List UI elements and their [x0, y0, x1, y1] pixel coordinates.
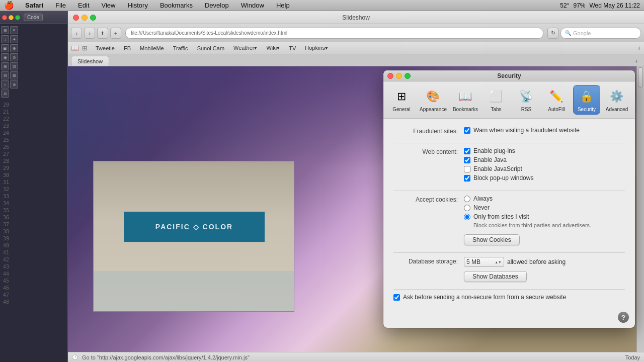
warn-fraudulent-checkbox[interactable] [464, 127, 470, 134]
bookmark-sunolcam[interactable]: Sunol Cam [194, 45, 227, 52]
apple-menu[interactable]: 🍎 [4, 1, 14, 10]
building: PACIFIC ◇ COLOR [93, 161, 294, 312]
web-content-controls: Enable plug-ins Enable Java Enable JavaS… [464, 147, 625, 184]
cookies-only-visited-radio[interactable] [464, 214, 470, 220]
sidebar-icon-5[interactable]: ▣ [1, 44, 9, 52]
bookmark-traffic[interactable]: Traffic [170, 45, 191, 52]
edit-menu[interactable]: Edit [75, 1, 92, 10]
dialog-zoom-button[interactable] [405, 73, 411, 79]
share-button[interactable]: ⬆ [97, 28, 108, 39]
sidebar-icon-11[interactable]: ⊟ [1, 71, 9, 79]
minimize-button[interactable] [82, 15, 88, 21]
grid-icon: ⊞ [82, 44, 88, 52]
status-right: Today [625, 354, 640, 360]
safari-menu[interactable]: Safari [22, 1, 46, 10]
slideshow-tab[interactable]: Slideshow [71, 56, 109, 66]
sidebar-icon-12[interactable]: ⊠ [10, 71, 18, 79]
sidebar-icon-15[interactable]: ⊜ [1, 89, 9, 98]
show-databases-button[interactable]: Show Databases [464, 271, 527, 282]
help-menu[interactable]: Help [273, 1, 293, 10]
pref-tab-appearance[interactable]: 🎨 Appearance [419, 85, 448, 114]
pref-tab-advanced[interactable]: ⚙️ Advanced [604, 85, 630, 114]
add-tab-button[interactable]: + [110, 28, 121, 39]
cookies-row: Accept cookies: Always Never Only fro [393, 195, 625, 245]
database-label: Database storage: [393, 257, 464, 265]
sidebar-minimize-button[interactable] [9, 15, 14, 20]
security-label: Security [578, 107, 596, 112]
new-tab-button[interactable]: + [631, 57, 641, 66]
search-bar[interactable]: 🔍 Google [560, 28, 641, 39]
file-menu[interactable]: File [52, 1, 69, 10]
close-button[interactable] [73, 15, 79, 21]
enable-java-checkbox[interactable] [464, 157, 470, 163]
sidebar-close-button[interactable] [2, 15, 7, 20]
refresh-button[interactable]: ↻ [547, 28, 558, 39]
bookmark-wiki[interactable]: Wiki▾ [263, 44, 283, 52]
bookmark-weather[interactable]: Weather▾ [230, 44, 260, 52]
sidebar-icon-8[interactable]: ⊙ [10, 53, 18, 61]
help-button[interactable]: ? [618, 312, 629, 323]
browser-toolbar: ‹ › ⬆ + file:///Users/ftanaka/Documents/… [68, 24, 644, 42]
nonsecure-form-checkbox[interactable] [393, 294, 400, 301]
cookies-never-text: Never [473, 204, 490, 211]
pref-tab-autofill[interactable]: ✏️ AutoFill [543, 85, 570, 114]
bookmark-tv[interactable]: TV [286, 45, 299, 52]
bookmark-hopkins[interactable]: Hopkins▾ [302, 44, 331, 52]
bookmark-tweetie[interactable]: Tweetie [93, 45, 118, 52]
code-button[interactable]: Code [24, 14, 43, 21]
dialog-titlebar: Security [383, 70, 635, 81]
sidebar-icon-4[interactable]: ✦ [10, 35, 18, 43]
pref-tab-security[interactable]: 🔒 Security [574, 85, 600, 114]
bookmark-fb[interactable]: FB [121, 45, 134, 52]
enable-js-text: Enable JavaScript [473, 165, 522, 172]
sidebar-icon-2[interactable]: ≡ [10, 26, 18, 34]
bookmarks-menu[interactable]: Bookmarks [157, 1, 196, 10]
tabs-pref-label: Tabs [491, 107, 501, 112]
show-cookies-button[interactable]: Show Cookies [464, 234, 520, 245]
code-editor-sidebar: Code ⊞ ≡ ↕ ✦ ▣ ⊕ ◉ ⊙ ⊞ ⊡ ⊟ ⊠ ≈ ⊛ [0, 11, 68, 362]
dialog-minimize-button[interactable] [396, 73, 402, 79]
pref-tab-bookmarks[interactable]: 📖 Bookmarks [452, 85, 479, 114]
develop-menu[interactable]: Develop [202, 1, 232, 10]
pref-tab-tabs[interactable]: ⬜ Tabs [483, 85, 509, 114]
storage-select[interactable]: 5 MB ▲▼ [464, 257, 504, 267]
sidebar-icon-14[interactable]: ⊛ [10, 80, 18, 88]
block-popup-checkbox[interactable] [464, 175, 470, 182]
enable-plugins-checkbox[interactable] [464, 148, 470, 154]
cookies-controls: Always Never Only from sites I visit Blo… [464, 195, 625, 245]
enable-js-checkbox[interactable] [464, 166, 470, 172]
battery: 97% [573, 2, 585, 9]
zoom-button[interactable] [90, 15, 96, 21]
address-bar[interactable]: file:///Users/ftanaka/Documents/Sites-Lo… [125, 28, 543, 39]
sidebar-icon-6[interactable]: ⊕ [10, 44, 18, 52]
add-bookmark-button[interactable]: + [637, 44, 641, 52]
sidebar-icon-3[interactable]: ↕ [1, 35, 9, 43]
sidebar-icon-1[interactable]: ⊞ [1, 26, 9, 34]
cookies-always-radio[interactable] [464, 196, 470, 202]
forward-button[interactable]: › [84, 28, 95, 39]
sidebar-icon-10[interactable]: ⊡ [10, 62, 18, 70]
general-icon: ⊞ [392, 87, 411, 106]
menubar-right: 52° 97% Wed May 26 11:22 [560, 2, 640, 9]
pref-tab-rss[interactable]: 📡 RSS [513, 85, 539, 114]
enable-plugins-row: Enable plug-ins [464, 147, 625, 154]
sidebar-icon-9[interactable]: ⊞ [1, 62, 9, 70]
back-button[interactable]: ‹ [71, 28, 82, 39]
pref-tab-general[interactable]: ⊞ General [388, 85, 415, 114]
window-menu[interactable]: Window [238, 1, 267, 10]
sidebar-icon-7[interactable]: ◉ [1, 53, 9, 61]
view-menu[interactable]: View [99, 1, 119, 10]
line-numbers: 2021222324 2526272829 3031323334 3536373… [0, 100, 67, 308]
sidebar-toolbar: Code [0, 11, 67, 24]
dialog-close-button[interactable] [387, 73, 393, 79]
cookies-never-radio[interactable] [464, 205, 470, 211]
cookies-only-visited-text: Only from sites I visit [473, 213, 529, 220]
bookmark-mobileme[interactable]: MobileMe [137, 45, 167, 52]
scrollbar[interactable] [636, 66, 644, 352]
scroll-thumb[interactable] [638, 67, 643, 87]
dialog-title: Security [497, 72, 521, 79]
history-menu[interactable]: History [124, 1, 150, 10]
sidebar-zoom-button[interactable] [15, 15, 20, 20]
sidebar-icon-13[interactable]: ≈ [1, 80, 9, 88]
storage-size: 5 MB [466, 258, 480, 265]
